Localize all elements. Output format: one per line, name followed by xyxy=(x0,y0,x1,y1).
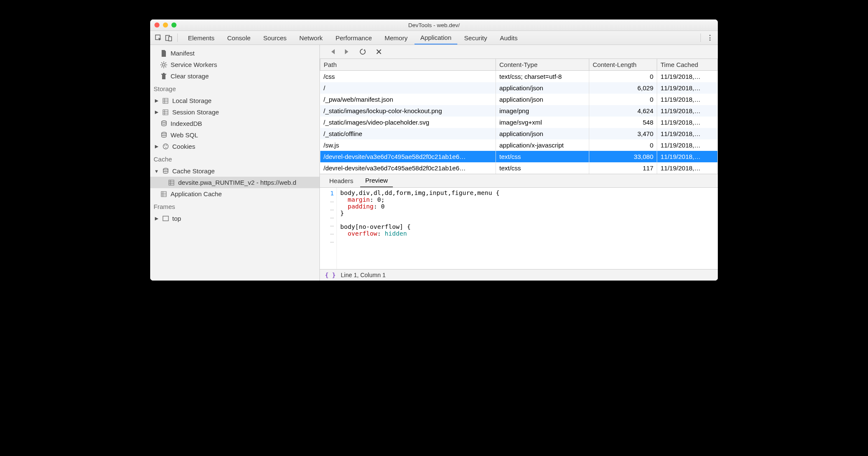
device-toolbar-icon[interactable] xyxy=(164,33,173,42)
cell-clen: 548 xyxy=(589,117,657,128)
more-menu-icon[interactable] xyxy=(705,35,714,41)
cell-path: /_static/images/lockup-color-knockout.pn… xyxy=(320,105,496,117)
column-header-content-length[interactable]: Content-Length xyxy=(589,59,657,71)
tab-application[interactable]: Application xyxy=(414,31,457,44)
sidebar-item-service-workers[interactable]: Service Workers xyxy=(150,59,319,70)
sidebar-item-label: Clear storage xyxy=(171,72,209,80)
cell-time: 11/19/2018,… xyxy=(657,139,718,151)
tab-sources[interactable]: Sources xyxy=(258,31,293,44)
history-back-button[interactable] xyxy=(329,48,337,56)
code-content[interactable]: body,div,dl,dd,form,img,input,figure,men… xyxy=(337,188,499,269)
cell-ctype: text/css xyxy=(496,162,589,174)
sidebar-item-cache-storage[interactable]: ▼ Cache Storage xyxy=(150,165,319,177)
sidebar-item-label: devsite.pwa_RUNTIME_v2 - https://web.d xyxy=(178,179,296,186)
sidebar-item-cache-entry[interactable]: devsite.pwa_RUNTIME_v2 - https://web.d xyxy=(150,177,319,188)
cookie-icon xyxy=(162,143,169,150)
cell-time: 11/19/2018,… xyxy=(657,105,718,117)
column-header-content-type[interactable]: Content-Type xyxy=(496,59,589,71)
svg-rect-13 xyxy=(161,74,166,75)
window-zoom-button[interactable] xyxy=(171,22,176,28)
column-header-path[interactable]: Path xyxy=(320,59,496,71)
cell-time: 11/19/2018,… xyxy=(657,82,718,94)
tab-memory[interactable]: Memory xyxy=(379,31,414,44)
cell-ctype: application/json xyxy=(496,94,589,105)
tab-performance[interactable]: Performance xyxy=(330,31,378,44)
history-forward-button[interactable] xyxy=(343,48,350,56)
separator xyxy=(177,33,178,42)
sidebar-group-frames: Frames xyxy=(150,200,319,213)
disclosure-right-icon: ▶ xyxy=(154,216,159,221)
window-minimize-button[interactable] xyxy=(163,22,168,28)
table-row[interactable]: /_static/images/video-placeholder.svgima… xyxy=(320,117,718,128)
line-gutter: 1 – – – – – – xyxy=(320,188,337,269)
svg-point-28 xyxy=(165,147,166,148)
disclosure-right-icon: ▶ xyxy=(154,109,159,115)
sidebar-item-cookies[interactable]: ▶Cookies xyxy=(150,141,319,152)
cell-clen: 117 xyxy=(589,162,657,174)
inspect-icon[interactable] xyxy=(154,33,163,42)
table-row[interactable]: /application/json6,02911/19/2018,… xyxy=(320,82,718,94)
window-close-button[interactable] xyxy=(154,22,160,28)
sidebar-item-application-cache[interactable]: Application Cache xyxy=(150,188,319,200)
titlebar: DevTools - web.dev/ xyxy=(150,19,718,31)
separator xyxy=(700,33,701,42)
sidebar-item-label: Cache Storage xyxy=(172,167,215,175)
subtab-preview[interactable]: Preview xyxy=(360,174,393,187)
table-row[interactable]: /_static/offlineapplication/json3,47011/… xyxy=(320,128,718,139)
sidebar-item-manifest[interactable]: Manifest xyxy=(150,47,319,59)
sidebar-item-label: IndexedDB xyxy=(171,120,202,127)
tab-network[interactable]: Network xyxy=(294,31,329,44)
tab-audits[interactable]: Audits xyxy=(494,31,524,44)
sidebar-item-label: Cookies xyxy=(172,143,195,150)
svg-point-29 xyxy=(163,168,168,170)
sidebar-item-label: Web SQL xyxy=(171,131,198,139)
column-header-time-cached[interactable]: Time Cached xyxy=(657,59,718,71)
frame-icon xyxy=(162,215,169,222)
cell-path: /devrel-devsite/va3e6d7c495ae58d2f0c21ab… xyxy=(320,162,496,174)
table-row[interactable]: /devrel-devsite/va3e6d7c495ae58d2f0c21ab… xyxy=(320,151,718,162)
table-row[interactable]: /_static/images/lockup-color-knockout.pn… xyxy=(320,105,718,117)
svg-rect-2 xyxy=(168,36,171,41)
cell-clen: 0 xyxy=(589,71,657,83)
svg-rect-15 xyxy=(163,98,168,103)
disclosure-right-icon: ▶ xyxy=(154,98,159,103)
sidebar-group-cache: Cache xyxy=(150,152,319,165)
tab-security[interactable]: Security xyxy=(458,31,493,44)
database-icon xyxy=(162,168,169,175)
subtab-headers[interactable]: Headers xyxy=(324,174,358,187)
sidebar-item-local-storage[interactable]: ▶Local Storage xyxy=(150,95,319,106)
sidebar-item-label: Manifest xyxy=(171,50,195,57)
table-row[interactable]: /devrel-devsite/va3e6d7c495ae58d2f0c21ab… xyxy=(320,162,718,174)
svg-point-24 xyxy=(162,132,166,134)
cell-clen: 3,470 xyxy=(589,128,657,139)
svg-line-10 xyxy=(165,62,166,63)
sidebar-item-session-storage[interactable]: ▶Session Storage xyxy=(150,106,319,118)
table-row[interactable]: /csstext/css; charset=utf-8011/19/2018,… xyxy=(320,71,718,83)
application-sidebar: ManifestService WorkersClear storage Sto… xyxy=(150,45,320,281)
delete-button[interactable] xyxy=(375,48,383,56)
svg-line-8 xyxy=(161,62,162,63)
disclosure-right-icon: ▶ xyxy=(154,144,159,149)
file-icon xyxy=(160,50,167,57)
cell-time: 11/19/2018,… xyxy=(657,94,718,105)
format-icon[interactable]: { } xyxy=(325,272,336,278)
svg-line-9 xyxy=(165,66,166,67)
table-row[interactable]: /sw.jsapplication/x-javascript011/19/201… xyxy=(320,139,718,151)
sidebar-item-clear-storage[interactable]: Clear storage xyxy=(150,70,319,82)
cache-entries-table: Path Content-Type Content-Length Time Ca… xyxy=(320,59,718,174)
cell-path: /_static/offline xyxy=(320,128,496,139)
svg-rect-12 xyxy=(162,75,165,79)
gear-icon xyxy=(160,61,167,68)
sidebar-item-frame-top[interactable]: ▶ top xyxy=(150,213,319,224)
refresh-button[interactable] xyxy=(359,48,367,56)
tab-elements[interactable]: Elements xyxy=(182,31,221,44)
cell-clen: 0 xyxy=(589,139,657,151)
tab-console[interactable]: Console xyxy=(221,31,257,44)
table-row[interactable]: /_pwa/web/manifest.jsonapplication/json0… xyxy=(320,94,718,105)
cell-path: / xyxy=(320,82,496,94)
cell-path: /css xyxy=(320,71,496,83)
main-tabbar: ElementsConsoleSourcesNetworkPerformance… xyxy=(150,31,718,45)
cell-path: /_static/images/video-placeholder.svg xyxy=(320,117,496,128)
sidebar-item-indexeddb[interactable]: IndexedDB xyxy=(150,118,319,129)
sidebar-item-web-sql[interactable]: Web SQL xyxy=(150,129,319,141)
